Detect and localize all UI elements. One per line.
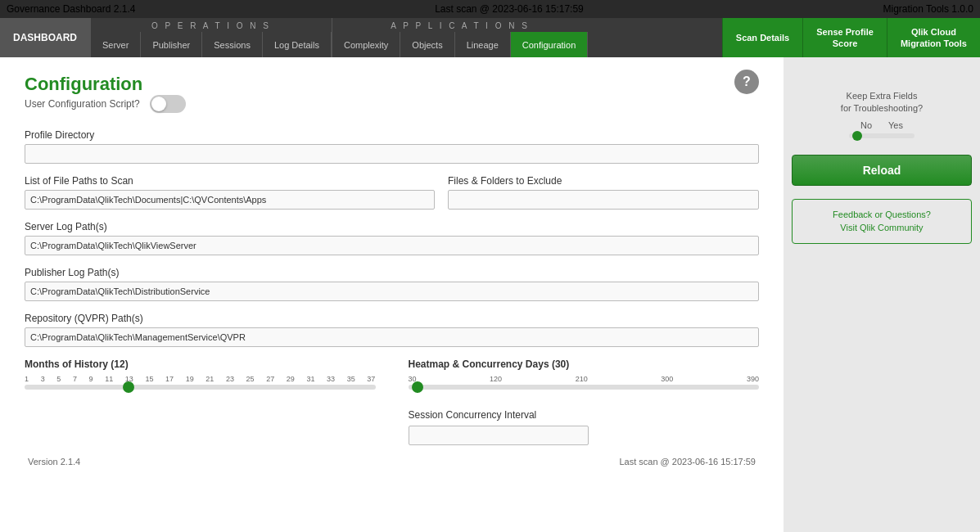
nav-row: DASHBOARD O P E R A T I O N S Server Pub… — [0, 18, 980, 57]
help-icon[interactable]: ? — [734, 70, 759, 94]
last-scan-topbar: Last scan @ 2023-06-16 15:17:59 — [435, 3, 584, 15]
server-log-label: Server Log Path(s) — [25, 221, 759, 232]
reload-button[interactable]: Reload — [792, 155, 972, 186]
toggle-knob — [151, 97, 166, 111]
publisher-log-row: Publisher Log Path(s) — [25, 267, 759, 301]
profile-directory-row: Profile Directory — [25, 129, 759, 164]
feedback-button[interactable]: Feedback or Questions? Visit Qlik Commun… — [792, 199, 972, 244]
server-log-input[interactable] — [25, 236, 759, 255]
feedback-line2: Visit Qlik Community — [840, 223, 923, 232]
heatmap-slider-thumb[interactable] — [412, 381, 423, 393]
tab-publisher[interactable]: Publisher — [141, 32, 202, 57]
repository-label: Repository (QVPR) Path(s) — [25, 313, 759, 324]
right-panel: Keep Extra Fieldsfor Troubleshooting? No… — [784, 57, 980, 532]
heatmap-slider-track — [409, 385, 760, 390]
last-scan-label: Last scan @ 2023-06-16 15:17:59 — [619, 457, 756, 467]
applications-section: A P P L I C A T I O N S Complexity Objec… — [332, 18, 588, 57]
qlik-cloud-button[interactable]: Qlik CloudMigration Tools — [887, 18, 980, 57]
tab-log-details[interactable]: Log Details — [263, 32, 332, 57]
publisher-log-label: Publisher Log Path(s) — [25, 267, 759, 278]
months-slider-thumb[interactable] — [123, 381, 134, 393]
no-label: No — [860, 120, 872, 130]
heatmap-ticks: 30120210 300390 — [409, 375, 760, 383]
page-title: Configuration — [25, 74, 142, 94]
profile-directory-label: Profile Directory — [25, 129, 759, 141]
content-area: Configuration ? User Configuration Scrip… — [0, 57, 784, 532]
right-buttons: Scan Details Sense ProfileScore Qlik Clo… — [722, 18, 980, 57]
migration-tools-title: Migration Tools 1.0.0 — [883, 3, 973, 15]
session-concurrency-title: Session Concurrency Interval — [409, 409, 760, 421]
path-inputs-row — [25, 190, 759, 210]
repository-row: Repository (QVPR) Path(s) — [25, 313, 759, 347]
app-title: Governance Dashboard 2.1.4 — [7, 3, 135, 15]
repository-input[interactable] — [25, 327, 759, 347]
exclude-paths-input[interactable] — [448, 190, 759, 210]
tab-lineage[interactable]: Lineage — [455, 32, 511, 57]
months-slider-track — [25, 385, 376, 390]
yes-label: Yes — [888, 120, 903, 130]
months-history-group: Months of History (12) 135 7911 131517 1… — [25, 358, 376, 445]
months-ticks: 135 7911 131517 192123 252729 313335 37 — [25, 375, 376, 383]
files-folders-label: Files & Folders to Exclude — [448, 175, 759, 187]
heatmap-title: Heatmap & Concurrency Days (30) — [409, 358, 760, 370]
publisher-log-input[interactable] — [25, 282, 759, 301]
tab-objects[interactable]: Objects — [400, 32, 454, 57]
main-content: Configuration ? User Configuration Scrip… — [0, 57, 980, 532]
profile-directory-input[interactable] — [25, 144, 759, 164]
keep-extra-slider-track — [849, 133, 915, 138]
scan-details-button[interactable]: Scan Details — [722, 18, 802, 57]
tab-complexity[interactable]: Complexity — [332, 32, 400, 57]
heatmap-group: Heatmap & Concurrency Days (30) 30120210… — [409, 358, 760, 393]
keep-extra-slider-thumb[interactable] — [852, 131, 862, 141]
session-concurrency-input[interactable] — [409, 426, 589, 445]
session-concurrency-group: Session Concurrency Interval — [409, 409, 760, 445]
applications-title: A P P L I C A T I O N S — [332, 18, 588, 32]
user-config-toggle[interactable] — [150, 95, 186, 113]
no-yes-row: No Yes — [792, 120, 972, 130]
keep-extra-box: Keep Extra Fieldsfor Troubleshooting? No… — [792, 90, 972, 147]
server-log-row: Server Log Path(s) — [25, 221, 759, 255]
version-label: Version 2.1.4 — [28, 457, 80, 467]
scan-paths-input[interactable] — [25, 190, 435, 210]
user-config-row: User Configuration Script? — [25, 95, 759, 113]
path-labels-row: List of File Paths to Scan Files & Folde… — [25, 175, 759, 187]
bottom-row: Months of History (12) 135 7911 131517 1… — [25, 358, 759, 445]
tab-server[interactable]: Server — [91, 32, 141, 57]
applications-tabs: Complexity Objects Lineage Configuration — [332, 32, 588, 57]
bottom-info: Version 2.1.4 Last scan @ 2023-06-16 15:… — [25, 457, 759, 467]
operations-title: O P E R A T I O N S — [91, 18, 332, 32]
operations-section: O P E R A T I O N S Server Publisher Ses… — [90, 18, 332, 57]
list-paths-label: List of File Paths to Scan — [25, 175, 435, 187]
top-bar: Governance Dashboard 2.1.4 Last scan @ 2… — [0, 0, 980, 18]
right-sliders: Heatmap & Concurrency Days (30) 30120210… — [409, 358, 760, 445]
sense-profile-button[interactable]: Sense ProfileScore — [802, 18, 887, 57]
keep-extra-title: Keep Extra Fieldsfor Troubleshooting? — [792, 90, 972, 115]
feedback-line1: Feedback or Questions? — [833, 210, 931, 219]
operations-tabs: Server Publisher Sessions Log Details — [91, 32, 332, 57]
months-history-title: Months of History (12) — [25, 358, 376, 370]
tab-sessions[interactable]: Sessions — [202, 32, 263, 57]
tab-configuration[interactable]: Configuration — [511, 32, 588, 57]
dashboard-button[interactable]: DASHBOARD — [0, 18, 90, 57]
user-config-label: User Configuration Script? — [25, 98, 140, 110]
